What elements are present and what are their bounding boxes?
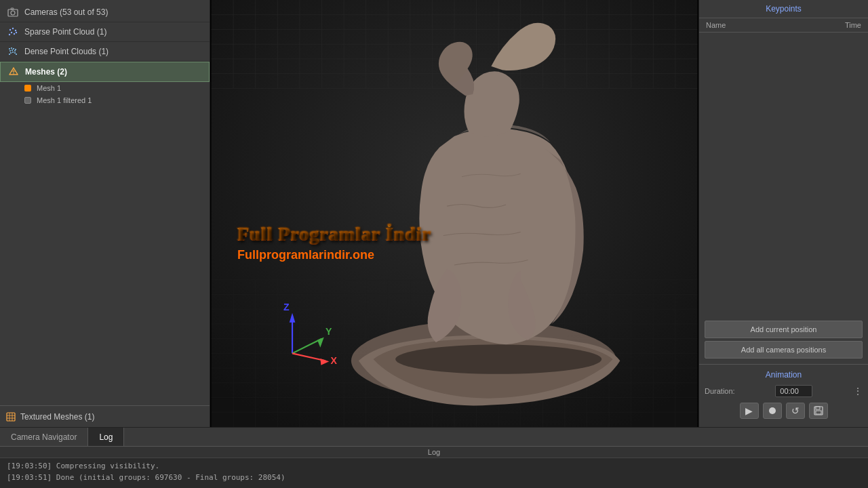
tab-log[interactable]: Log: [88, 428, 124, 446]
tree-item-cameras[interactable]: Cameras (53 out of 53): [0, 3, 210, 22]
svg-point-12: [13, 48, 14, 49]
bottom-section: Camera Navigator Log Log [19:03:50] Comp…: [0, 427, 868, 488]
svg-point-15: [12, 49, 13, 51]
log-center-label: Log: [0, 447, 868, 458]
right-buttons: Add current position Add all cameras pos…: [699, 315, 868, 364]
add-position-button[interactable]: Add current position: [705, 321, 863, 338]
svg-point-4: [12, 28, 14, 29]
save-button[interactable]: [809, 403, 828, 419]
mesh1filtered-label: Mesh 1 filtered 1: [37, 96, 92, 104]
mesh1filtered-item[interactable]: Mesh 1 filtered 1: [0, 94, 210, 106]
svg-point-14: [9, 50, 11, 52]
record-button[interactable]: [763, 403, 782, 419]
textured-meshes-label: Textured Meshes (1): [20, 412, 94, 422]
svg-rect-2: [11, 8, 14, 9]
svg-point-21: [16, 54, 17, 55]
svg-point-11: [11, 47, 12, 49]
duration-input[interactable]: [775, 385, 812, 397]
col-time-header: Time: [821, 21, 861, 29]
tree-item-sparse[interactable]: Sparse Point Cloud (1): [0, 22, 210, 42]
svg-rect-26: [7, 413, 15, 421]
mesh1-item[interactable]: Mesh 1: [0, 82, 210, 94]
3d-scene: Z Y X: [210, 0, 698, 427]
svg-point-92: [395, 344, 601, 373]
add-cameras-button[interactable]: Add all cameras positions: [705, 341, 863, 359]
svg-point-1: [11, 11, 15, 15]
svg-point-9: [16, 32, 17, 33]
svg-point-18: [12, 52, 14, 53]
sparse-label: Sparse Point Cloud (1): [24, 27, 106, 37]
animation-controls: ▶ ↺: [705, 400, 863, 422]
svg-point-6: [11, 32, 12, 33]
tab-camera-navigator[interactable]: Camera Navigator: [0, 428, 88, 446]
watermark-url: Fullprogramlarindir.one: [237, 248, 431, 262]
dense-label: Dense Point Clouds (1): [24, 47, 108, 56]
svg-point-8: [9, 34, 10, 35]
textured-icon: [5, 411, 16, 422]
tree-section: Cameras (53 out of 53) Sparse Point Clo: [0, 0, 210, 405]
svg-point-16: [14, 50, 16, 52]
mesh1-dot: [24, 85, 31, 92]
svg-text:Z: Z: [283, 302, 290, 312]
log-line-2: [19:03:51] Done (initial groups: 697630 …: [7, 472, 861, 484]
keypoints-header: Keypoints: [699, 0, 868, 18]
cameras-label: Cameras (53 out of 53): [24, 7, 108, 17]
dense-icon: [7, 45, 19, 58]
keypoints-body: [699, 33, 868, 315]
keypoints-columns: Name Time: [699, 18, 868, 33]
animation-section: Animation Duration: ⋮ ▶ ↺: [699, 364, 868, 427]
duration-label: Duration:: [705, 387, 735, 395]
svg-point-19: [14, 52, 16, 54]
tree-item-meshes[interactable]: Meshes (2): [0, 62, 210, 82]
meshes-label: Meshes (2): [25, 67, 67, 77]
textured-meshes-bar[interactable]: Textured Meshes (1): [0, 405, 210, 427]
duration-row: Duration: ⋮: [705, 382, 863, 400]
log-content: [19:03:50] Compressing visibility. [19:0…: [0, 458, 868, 486]
svg-point-5: [15, 30, 16, 31]
svg-rect-104: [816, 411, 821, 414]
svg-text:Y: Y: [326, 326, 332, 337]
sparse-icon: [7, 26, 19, 38]
svg-point-20: [9, 54, 10, 55]
watermark-title: Full Programlar İndir: [237, 224, 431, 245]
svg-text:X: X: [331, 355, 338, 366]
log-line-1: [19:03:50] Compressing visibility.: [7, 461, 861, 472]
more-options-button[interactable]: ⋮: [853, 386, 863, 396]
mesh1filtered-dot: [24, 97, 31, 104]
mesh-icon: [7, 66, 20, 78]
mesh1-label: Mesh 1: [37, 84, 61, 92]
right-panel: Keypoints Name Time Add current position…: [698, 0, 868, 427]
tree-item-dense[interactable]: Dense Point Clouds (1): [0, 42, 210, 62]
svg-point-17: [10, 52, 12, 54]
svg-point-10: [9, 48, 10, 49]
left-panel: Cameras (53 out of 53) Sparse Point Clo: [0, 0, 210, 427]
svg-point-3: [9, 29, 11, 30]
play-button[interactable]: ▶: [740, 403, 759, 419]
watermark: Full Programlar İndir Fullprogramlarindi…: [237, 224, 431, 262]
svg-point-7: [14, 33, 15, 35]
bottom-tabs: Camera Navigator Log: [0, 428, 868, 447]
svg-point-13: [15, 49, 16, 50]
animation-header: Animation: [705, 367, 863, 382]
viewport-3d[interactable]: Z Y X Full Programlar İndir Fullprograml…: [210, 0, 698, 427]
loop-button[interactable]: ↺: [786, 403, 805, 419]
col-name-header: Name: [706, 21, 821, 29]
camera-icon: [7, 6, 19, 18]
